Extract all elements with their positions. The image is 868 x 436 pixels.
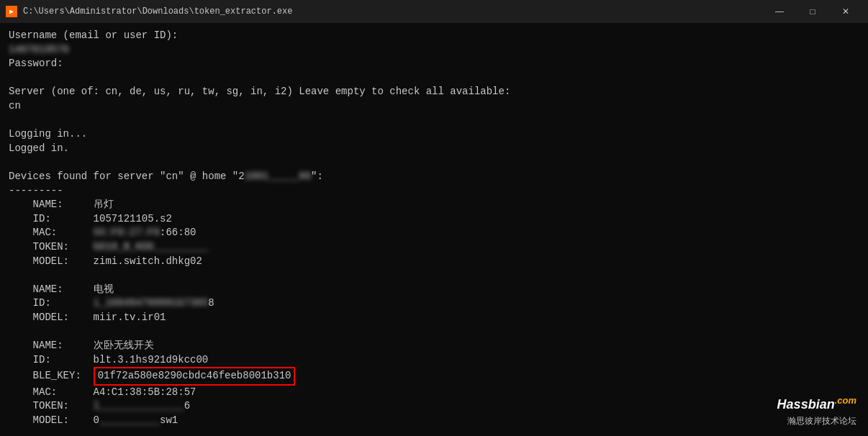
hassbian-subtitle: 瀚思彼岸技术论坛	[777, 415, 856, 427]
title-bar: ▶ C:\Users\Administrator\Downloads\token…	[0, 0, 868, 23]
blank-line-3	[9, 155, 859, 170]
device3-token-blurred: l______________	[94, 399, 184, 414]
maximize-button[interactable]: □	[796, 0, 829, 23]
device3-blekey-line: BLE_KEY: 01f72a580e8290cbdc46feeb8001b31…	[9, 367, 859, 386]
blank-line-4	[9, 268, 859, 283]
window: ▶ C:\Users\Administrator\Downloads\token…	[0, 0, 868, 436]
username-value: 1407819576	[9, 43, 69, 58]
hassbian-text: Hassbian	[777, 397, 835, 412]
hassbian-com-text: .com	[835, 395, 856, 406]
device1-token-line: TOKEN: bD18_B_KDD_________	[9, 240, 859, 255]
device1-model-line: MODEL: zimi.switch.dhkg02	[9, 255, 859, 269]
server-value-line: cn	[9, 99, 859, 114]
device3-token-line: TOKEN: l______________6	[9, 399, 859, 414]
blank-line-2	[9, 114, 859, 128]
device3-id-line: ID: blt.3.1hs921d9kcc00	[9, 353, 859, 368]
hassbian-brand: Hassbian.com	[777, 394, 856, 414]
device3-model-line: MODEL: 0__________sw1	[9, 414, 859, 428]
minimize-button[interactable]: —	[763, 0, 796, 23]
watermark: Hassbian.com 瀚思彼岸技术论坛	[777, 394, 856, 427]
device1-mac-blurred: XX:F0:27:F6	[94, 226, 160, 240]
device2-model-line: MODEL: miir.tv.ir01	[9, 311, 859, 325]
logging-in-line: Logging in...	[9, 127, 859, 142]
blank-line-5	[9, 324, 859, 339]
window-title: C:\Users\Administrator\Downloads\token_e…	[23, 6, 763, 17]
ble-key-value: 01f72a580e8290cbdc46feeb8001b310	[94, 367, 296, 386]
password-prompt-line: Password:	[9, 57, 859, 71]
home-id-blurred: 1001_____00	[245, 170, 311, 184]
app-icon: ▶	[6, 6, 17, 17]
device1-id-line: ID: 1057121105.s2	[9, 212, 859, 227]
terminal-output: Username (email or user ID): 1407819576 …	[0, 23, 868, 436]
device2-id-line: ID: i_160494709991G73658	[9, 296, 859, 311]
divider-1: ---------	[9, 184, 859, 199]
blank-line-1	[9, 71, 859, 86]
device2-name-line: NAME: 电视	[9, 283, 859, 297]
device1-name-line: NAME: 吊灯	[9, 198, 859, 212]
username-prompt-line: Username (email or user ID):	[9, 29, 859, 43]
device1-mac-line: MAC: XX:F0:27:F6:66:80	[9, 226, 859, 240]
device3-name-line: NAME: 次卧无线开关	[9, 339, 859, 353]
username-value-line: 1407819576	[9, 43, 859, 58]
device2-id-blurred: i_160494709991G7365	[94, 296, 209, 311]
device3-mac-line: MAC: A4:C1:38:5B:28:57	[9, 386, 859, 400]
logged-in-line: Logged in.	[9, 142, 859, 156]
device1-token-blurred: bD18_B_KDD_________	[94, 240, 209, 255]
window-controls: — □ ✕	[763, 0, 862, 23]
close-button[interactable]: ✕	[829, 0, 862, 23]
device3-model-blurred: __________	[99, 414, 160, 428]
devices-found-line: Devices found for server "cn" @ home "21…	[9, 170, 859, 184]
server-prompt-line: Server (one of: cn, de, us, ru, tw, sg, …	[9, 85, 859, 99]
